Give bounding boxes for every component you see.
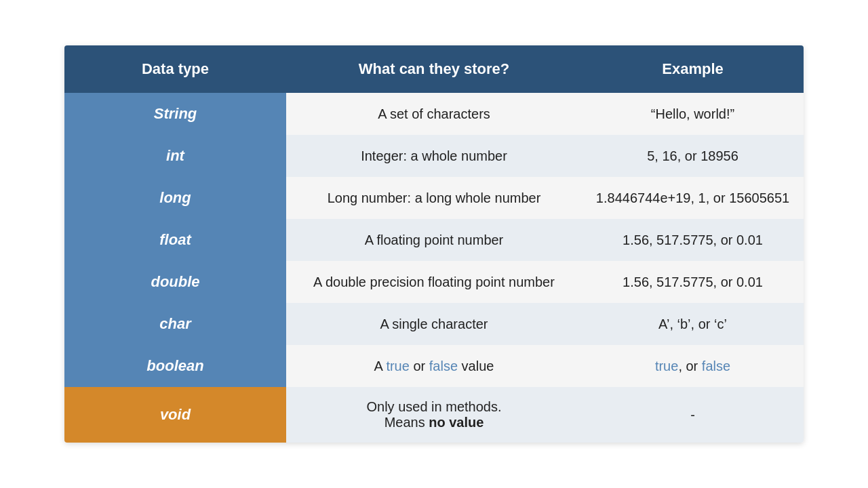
type-cell: double bbox=[64, 261, 286, 303]
type-cell: String bbox=[64, 93, 286, 135]
header-example: Example bbox=[582, 45, 804, 93]
table-row: String A set of characters “Hello, world… bbox=[64, 93, 804, 135]
header-data-type: Data type bbox=[64, 45, 286, 93]
example-cell: true, or false bbox=[582, 345, 804, 387]
type-cell: char bbox=[64, 303, 286, 345]
boolean-desc-middle: or bbox=[410, 359, 429, 373]
example-cell: 1.56, 517.5775, or 0.01 bbox=[582, 261, 804, 303]
type-cell: boolean bbox=[64, 345, 286, 387]
boolean-true-text: true bbox=[386, 359, 409, 373]
description-cell: A true or false value bbox=[286, 345, 582, 387]
type-cell: void bbox=[64, 387, 286, 443]
description-cell: A double precision floating point number bbox=[286, 261, 582, 303]
table-row: float A floating point number 1.56, 517.… bbox=[64, 219, 804, 261]
data-types-table: Data type What can they store? Example S… bbox=[64, 45, 804, 443]
description-cell: Long number: a long whole number bbox=[286, 177, 582, 219]
example-cell: “Hello, world!” bbox=[582, 93, 804, 135]
boolean-example-true: true bbox=[655, 359, 678, 373]
example-cell: - bbox=[582, 387, 804, 443]
table-row: char A single character A’, ‘b’, or ‘c’ bbox=[64, 303, 804, 345]
void-desc-line2-prefix: Means bbox=[384, 415, 429, 430]
boolean-desc-prefix: A bbox=[374, 359, 387, 373]
table-row: long Long number: a long whole number 1.… bbox=[64, 177, 804, 219]
table-row-void: void Only used in methods. Means no valu… bbox=[64, 387, 804, 443]
description-cell: Integer: a whole number bbox=[286, 135, 582, 177]
example-cell: 1.8446744e+19, 1, or 15605651 bbox=[582, 177, 804, 219]
boolean-false-text: false bbox=[429, 359, 458, 373]
table-row-boolean: boolean A true or false value true, or f… bbox=[64, 345, 804, 387]
example-cell: 1.56, 517.5775, or 0.01 bbox=[582, 219, 804, 261]
description-cell: A set of characters bbox=[286, 93, 582, 135]
table-row: double A double precision floating point… bbox=[64, 261, 804, 303]
boolean-example-middle: , or bbox=[678, 359, 701, 373]
description-cell: Only used in methods. Means no value bbox=[286, 387, 582, 443]
description-cell: A floating point number bbox=[286, 219, 582, 261]
void-desc-line1: Only used in methods. bbox=[367, 399, 502, 414]
table-header-row: Data type What can they store? Example bbox=[64, 45, 804, 93]
table-row: int Integer: a whole number 5, 16, or 18… bbox=[64, 135, 804, 177]
type-cell: int bbox=[64, 135, 286, 177]
example-cell: A’, ‘b’, or ‘c’ bbox=[582, 303, 804, 345]
boolean-example-false: false bbox=[702, 359, 730, 373]
header-what-store: What can they store? bbox=[286, 45, 582, 93]
description-cell: A single character bbox=[286, 303, 582, 345]
example-cell: 5, 16, or 18956 bbox=[582, 135, 804, 177]
type-cell: float bbox=[64, 219, 286, 261]
boolean-desc-suffix: value bbox=[458, 359, 494, 373]
void-desc-line2-bold: no value bbox=[429, 415, 484, 430]
type-cell: long bbox=[64, 177, 286, 219]
